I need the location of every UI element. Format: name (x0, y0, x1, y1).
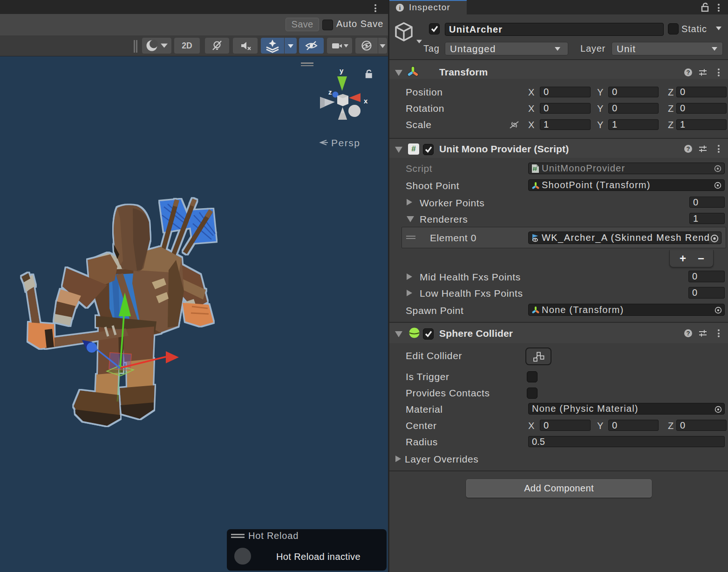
svg-text:Persp: Persp (331, 137, 360, 148)
svg-text:x: x (364, 97, 368, 105)
svg-text:z: z (328, 88, 332, 96)
svg-text:y: y (340, 67, 344, 75)
